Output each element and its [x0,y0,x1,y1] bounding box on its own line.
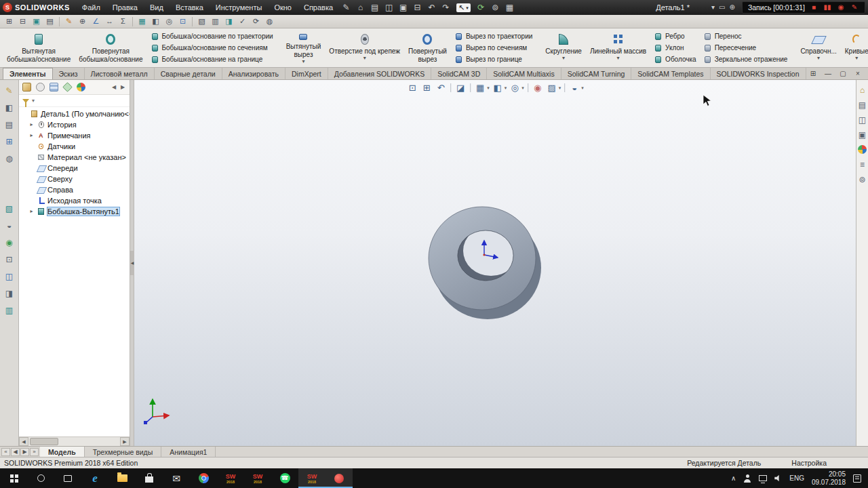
tab-sheet-metal[interactable]: Листовой металл [85,68,155,79]
reference-dropdown-icon[interactable] [817,56,820,60]
target-icon[interactable] [3,237,16,248]
menu-tools[interactable]: Инструменты [210,1,268,14]
screen-recorder-button[interactable] [326,468,353,488]
menu-window[interactable]: Окно [269,1,297,14]
menu-view[interactable]: Вид [144,1,169,14]
tree-item-right-plane[interactable]: Справа [19,184,130,195]
section-tool-icon[interactable] [136,16,149,27]
section-view-icon[interactable] [454,82,467,93]
revolved-cut-button[interactable]: Повернутый вырез [404,30,451,66]
camera-snapshot-icon[interactable] [836,4,846,11]
shell-button[interactable]: Оболочка [654,54,696,64]
expand-arrow-icon[interactable] [28,133,35,138]
annotate-recording-icon[interactable] [850,4,859,11]
last-tab-icon[interactable] [30,448,39,456]
view-palette-icon[interactable] [858,130,867,139]
first-tab-icon[interactable] [1,448,10,456]
save-icon[interactable] [397,1,410,14]
half-sphere-icon[interactable] [3,220,16,231]
tree-item-history[interactable]: История [19,119,130,130]
angle-dimension-icon[interactable] [90,16,102,27]
restore-icon[interactable] [838,70,848,77]
solidworks-taskbar-button-1[interactable]: SW 2018 [217,468,244,488]
columns-icon[interactable] [3,271,16,282]
tab-model[interactable]: Модель [40,447,85,457]
pencil-icon[interactable] [3,85,16,96]
view-settings-icon[interactable] [568,82,580,93]
menu-edit[interactable]: Правка [107,1,143,14]
undo-icon[interactable] [425,1,438,14]
mirror-button[interactable]: Зеркальное отражение [703,54,788,64]
boundary-boss-button[interactable]: Бобышка/основание на границе [151,54,273,64]
prev-tab-icon[interactable] [11,448,20,456]
custom-properties-icon[interactable] [858,160,867,169]
tab-dimxpert[interactable]: DimXpert [285,68,328,79]
draft-button[interactable]: Уклон [654,43,696,53]
hide-show-dropdown-icon[interactable] [521,85,524,90]
expand-arrow-icon[interactable] [28,122,35,127]
taskbar-clock[interactable]: 20:05 09.07.2018 [812,470,846,487]
solidworks-active-button[interactable]: SW 2018 [298,468,326,488]
verify-tool-icon[interactable] [236,16,249,27]
apply-scene-icon[interactable] [546,82,558,93]
stop-recording-icon[interactable] [809,4,818,11]
add-relation-icon[interactable] [76,16,89,27]
new-document-icon[interactable] [368,1,381,14]
tree-item-origin[interactable]: Исходная точка [19,195,130,206]
solid-tool-icon[interactable] [30,16,43,27]
solidworks-taskbar-button-2[interactable]: SW 2018 [244,468,271,488]
curves-dropdown-icon[interactable] [855,56,858,60]
home-icon[interactable] [354,1,367,14]
menu-file[interactable]: Файл [77,1,106,14]
recorder-chevron-icon[interactable] [711,4,715,11]
close-icon[interactable] [853,70,863,77]
featuremanager-tab-icon[interactable] [22,83,31,92]
custom-status-text[interactable]: Настройка [791,459,827,467]
task-view-button[interactable] [54,468,81,488]
dimxpertmanager-tab-icon[interactable] [62,82,73,92]
fillet-button[interactable]: Скругление [541,30,586,66]
refresh-tool-icon[interactable] [250,16,262,27]
linear-pattern-button[interactable]: Линейный массив [586,30,650,66]
solidworks-resources-icon[interactable] [858,85,867,94]
layers-tool-icon[interactable] [43,16,56,27]
window-menu-icon[interactable] [808,70,818,77]
tab-animation1[interactable]: Анимация1 [161,447,216,457]
tab-features[interactable]: Элементы [3,68,53,79]
tab-solidworks-inspection[interactable]: SOLIDWORKS Inspection [711,68,806,79]
collapse-tool-icon[interactable] [16,16,29,27]
displaymanager-tab-icon[interactable] [77,83,85,92]
layers-icon[interactable] [3,119,16,130]
action-center-icon[interactable] [853,474,861,483]
curves-button[interactable]: Кривые [841,30,868,66]
extruded-boss-button[interactable]: Вытянутая бобышка/основание [3,30,75,66]
propertymanager-tab-icon[interactable] [36,83,45,92]
tab-solidcam-templates[interactable]: SolidCAM Templates [631,68,710,79]
tree-item-annotations[interactable]: Примечания [19,130,130,141]
graphics-viewport[interactable] [134,80,856,446]
hidden-icons-chevron[interactable] [731,475,736,482]
appearances-scenes-icon[interactable] [858,145,867,154]
volume-tray-icon[interactable] [774,474,782,482]
mail-button[interactable] [163,468,190,488]
grid-tool-icon[interactable] [3,16,16,27]
tree-horizontal-scrollbar[interactable] [19,436,130,446]
people-tray-icon[interactable] [743,474,751,483]
tree-item-sensors[interactable]: Датчики [19,141,130,152]
display-style-dropdown-icon[interactable] [505,85,507,90]
network-tray-icon[interactable] [759,475,767,481]
intersect-button[interactable]: Пересечение [703,43,788,53]
expand-arrow-icon[interactable] [28,209,35,214]
extruded-cut-button[interactable]: Вытянутый вырез [282,30,326,66]
tab-solidworks-addins[interactable]: Добавления SOLIDWORKS [328,68,431,79]
tree-item-material[interactable]: Материал <не указан> [19,152,130,163]
recorder-screen-icon[interactable] [719,4,725,11]
search-button[interactable] [27,468,54,488]
tree-item-part-root[interactable]: Деталь1 (По умолчанию<<Пс [19,108,130,119]
equations-icon[interactable] [117,16,130,27]
grid-icon[interactable] [3,136,16,147]
scrollbar-thumb[interactable] [30,438,58,445]
design-library-icon[interactable] [858,100,867,109]
view-settings-dropdown-icon[interactable] [581,85,584,90]
configurationmanager-tab-icon[interactable] [50,83,58,92]
